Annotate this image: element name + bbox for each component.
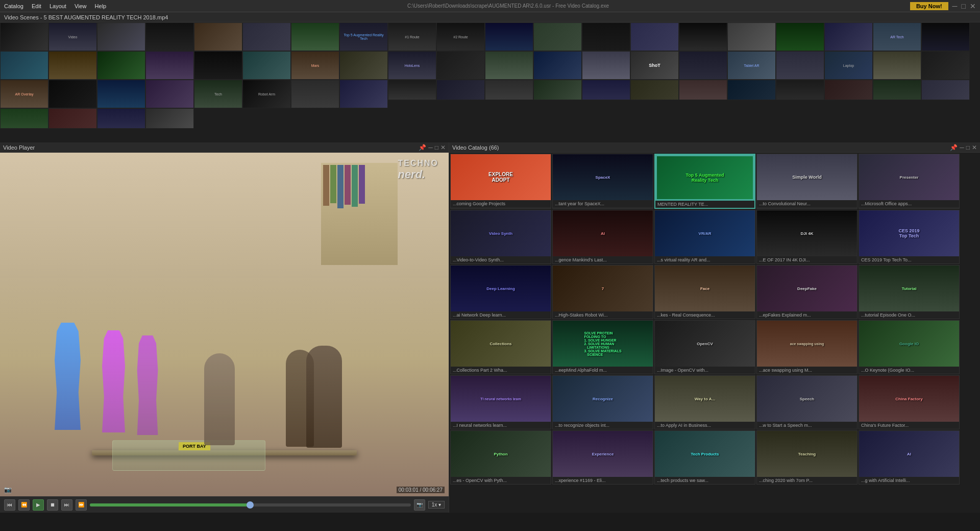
thumb-63[interactable] [97, 108, 145, 129]
progress-handle[interactable] [247, 501, 254, 509]
thumb-64[interactable] [145, 108, 194, 129]
catalog-item-5[interactable]: Presenter ...Microsoft Office apps... [859, 154, 960, 209]
thumb-41[interactable]: AR Overlay [0, 80, 48, 108]
catalog-item-29[interactable]: Teaching ...ching 2020 with 7om P... [756, 430, 857, 485]
fast-forward-button[interactable]: ⏩ [76, 499, 87, 511]
thumb-16[interactable] [727, 22, 776, 51]
thumb-44[interactable] [145, 80, 194, 108]
menu-view[interactable]: View [75, 3, 87, 9]
menu-help[interactable]: Help [95, 3, 107, 9]
thumb-46[interactable]: Robot Arm [242, 80, 291, 108]
catalog-item-1[interactable]: EXPLOREADOPT ...coming Google Projects [450, 154, 551, 209]
catalog-float-icon[interactable]: □ [966, 144, 970, 151]
catalog-item-3[interactable]: Top 5 AugmentedReality Tech MENTED REALI… [654, 154, 755, 209]
catalog-item-13[interactable]: Face ...kes - Real Consequence... [654, 265, 755, 319]
thumb-33[interactable] [582, 51, 630, 80]
minimize-button[interactable]: ─ [952, 2, 958, 10]
thumb-38[interactable]: Laptop [824, 51, 873, 80]
catalog-item-17[interactable]: SOLVE PROTEINFOLDING TO1. SOLVE HUNGER2.… [552, 320, 653, 374]
thumb-40[interactable] [921, 51, 970, 80]
catalog-item-22[interactable]: Recognize ...to recognize objects int... [552, 375, 653, 429]
thumb-52[interactable] [533, 80, 582, 100]
thumb-11[interactable] [485, 22, 533, 51]
thumb-30[interactable] [436, 51, 485, 80]
thumb-53[interactable] [582, 80, 630, 100]
catalog-item-7[interactable]: AI ...gence Mankind's Last... [552, 210, 653, 264]
progress-bar[interactable] [90, 503, 411, 506]
thumb-13[interactable] [582, 22, 630, 51]
thumb-45[interactable]: Tech [194, 80, 242, 108]
catalog-item-25[interactable]: China Factory China's Future Factor... [859, 375, 960, 429]
thumb-36[interactable]: Tablet AR [727, 51, 776, 80]
catalog-item-8[interactable]: VR/AR ...s virtual reality AR and... [654, 210, 755, 264]
thumb-6[interactable] [242, 22, 291, 51]
thumb-27[interactable]: Mars [291, 51, 339, 80]
catalog-item-12[interactable]: 7 ...High-Stakes Robot Wi... [552, 265, 653, 319]
panel-min-icon[interactable]: ─ [428, 144, 433, 151]
catalog-item-30[interactable]: AI ...g with Artificial Intelli... [859, 430, 960, 485]
menu-catalog[interactable]: Catalog [4, 3, 23, 9]
thumb-50[interactable] [436, 80, 485, 100]
stop-button[interactable]: ⏹ [47, 499, 58, 511]
thumb-59[interactable] [873, 80, 921, 100]
thumb-32[interactable] [533, 51, 582, 80]
thumb-54[interactable] [630, 80, 679, 100]
thumb-29[interactable]: HoloLens [388, 51, 436, 80]
thumb-12[interactable] [533, 22, 582, 51]
thumb-49[interactable] [388, 80, 436, 100]
close-button[interactable]: ✕ [970, 2, 976, 10]
menu-layout[interactable]: Layout [50, 3, 66, 9]
thumb-21[interactable] [0, 51, 48, 80]
thumb-51[interactable] [485, 80, 533, 100]
thumb-42[interactable] [48, 80, 97, 108]
next-frame-button[interactable]: ⏭ [61, 499, 72, 511]
thumb-39[interactable] [873, 51, 921, 80]
thumb-57[interactable] [776, 80, 824, 100]
thumb-26[interactable] [242, 51, 291, 80]
thumb-15[interactable] [679, 22, 727, 51]
thumb-28[interactable] [339, 51, 388, 80]
catalog-item-16[interactable]: Collections ...Collections Part 2 Wha... [450, 320, 551, 374]
thumb-2[interactable]: Video [48, 22, 97, 51]
thumb-20[interactable] [921, 22, 970, 51]
catalog-item-11[interactable]: Deep Learning ...ai Network Deep learn..… [450, 265, 551, 319]
thumb-62[interactable] [48, 108, 97, 129]
thumb-10[interactable]: #2 Route [436, 22, 485, 51]
thumb-43[interactable] [97, 80, 145, 108]
catalog-item-19[interactable]: ace swapping using ...ace swapping using… [756, 320, 857, 374]
thumb-60[interactable] [921, 80, 970, 100]
play-button[interactable]: ▶ [33, 499, 44, 511]
catalog-item-15[interactable]: Tutorial ...tutorial Episode One O... [859, 265, 960, 319]
thumb-19[interactable]: AR Tech [873, 22, 921, 51]
thumb-8[interactable]: Top 5 Augmented Reality Tech [339, 22, 388, 51]
catalog-item-6[interactable]: Video Synth ...Video-to-Video Synth... [450, 210, 551, 264]
catalog-close-icon[interactable]: ✕ [972, 144, 977, 151]
panel-pin-icon[interactable]: 📌 [419, 144, 426, 151]
thumb-5[interactable] [194, 22, 242, 51]
thumb-22[interactable] [48, 51, 97, 80]
panel-float-icon[interactable]: □ [435, 144, 438, 151]
catalog-item-4[interactable]: Simple World ...to Convolutional Neur... [756, 154, 857, 209]
menu-edit[interactable]: Edit [32, 3, 41, 9]
thumb-24[interactable] [145, 51, 194, 80]
catalog-min-icon[interactable]: ─ [960, 144, 964, 151]
thumb-55[interactable] [679, 80, 727, 100]
thumb-4[interactable] [145, 22, 194, 51]
catalog-item-24[interactable]: Speech ...w to Start a Speech m... [756, 375, 857, 429]
thumb-18[interactable] [824, 22, 873, 51]
thumb-48[interactable] [339, 80, 388, 108]
catalog-item-9[interactable]: DJI 4K ...E OF 2017 IN 4K DJI... [756, 210, 857, 264]
catalog-item-2[interactable]: SpaceX ...tant year for SpaceX... [552, 154, 653, 209]
snapshot-button[interactable]: 📷 [414, 499, 425, 511]
thumb-35[interactable] [679, 51, 727, 80]
thumb-34[interactable]: ShoT [630, 51, 679, 80]
thumb-47[interactable] [291, 80, 339, 108]
catalog-item-28[interactable]: Tech Products ...tech products we saw... [654, 430, 755, 485]
catalog-item-14[interactable]: DeepFake ...epFakes Explained m... [756, 265, 857, 319]
thumb-56[interactable] [727, 80, 776, 100]
speed-control[interactable]: 1x ▾ [428, 501, 445, 509]
thumb-1[interactable] [0, 22, 48, 51]
catalog-pin-icon[interactable]: 📌 [950, 144, 958, 151]
prev-frame-button[interactable]: ⏪ [18, 499, 30, 511]
catalog-item-23[interactable]: Way to A... ...to Apply AI in Business..… [654, 375, 755, 429]
